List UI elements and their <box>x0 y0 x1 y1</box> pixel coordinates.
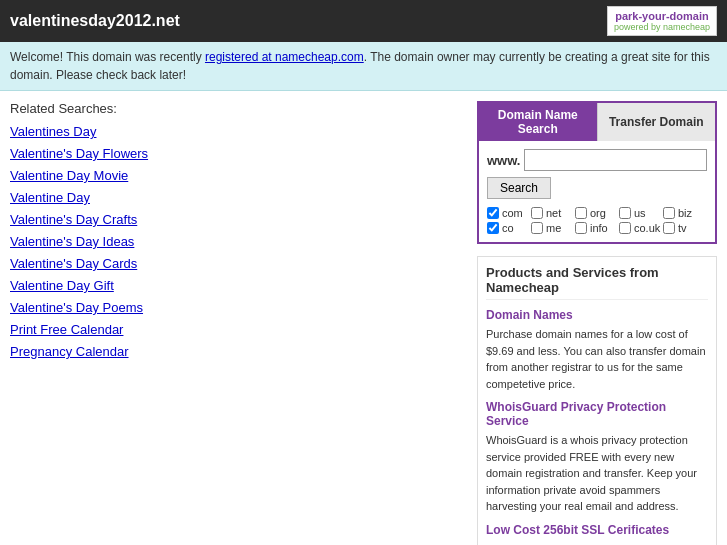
tld-item: com <box>487 207 531 219</box>
products-list: Domain NamesPurchase domain names for a … <box>486 308 708 545</box>
tld-label: com <box>502 207 523 219</box>
product-heading: Domain Names <box>486 308 708 322</box>
www-label: www. <box>487 153 520 168</box>
park-badge-line2: powered by namecheap <box>614 22 710 32</box>
products-section: Products and Services from Namecheap Dom… <box>477 256 717 545</box>
tld-label: biz <box>678 207 692 219</box>
tld-checkbox-me[interactable] <box>531 222 543 234</box>
tld-item: biz <box>663 207 707 219</box>
tld-label: us <box>634 207 646 219</box>
product-desc: WhoisGuard is a whois privacy protection… <box>486 432 708 515</box>
park-badge: park-your-domain powered by namecheap <box>607 6 717 36</box>
tld-checkbox-biz[interactable] <box>663 207 675 219</box>
main-content: Related Searches: Valentines DayValentin… <box>0 91 727 545</box>
tld-checkbox-com[interactable] <box>487 207 499 219</box>
search-link-item[interactable]: Valentine Day Movie <box>10 168 462 183</box>
right-panel: Domain Name Search Transfer Domain www. … <box>477 101 717 545</box>
tab-transfer-domain[interactable]: Transfer Domain <box>597 103 716 141</box>
product-desc: We sell industry standard SSL Certificat… <box>486 541 708 546</box>
search-link-item[interactable]: Valentine's Day Ideas <box>10 234 462 249</box>
tld-checkbox-co[interactable] <box>487 222 499 234</box>
park-badge-line1: park-your-domain <box>614 10 710 22</box>
tld-label: tv <box>678 222 687 234</box>
tld-grid: comnetorgusbizcomeinfoco.uktv <box>487 207 707 234</box>
tld-item: net <box>531 207 575 219</box>
search-link-item[interactable]: Valentine's Day Poems <box>10 300 462 315</box>
search-link-item[interactable]: Valentine's Day Cards <box>10 256 462 271</box>
tld-item: co <box>487 222 531 234</box>
tld-checkbox-org[interactable] <box>575 207 587 219</box>
tld-checkbox-net[interactable] <box>531 207 543 219</box>
left-panel: Related Searches: Valentines DayValentin… <box>10 101 462 545</box>
search-link-item[interactable]: Valentine's Day Crafts <box>10 212 462 227</box>
domain-input[interactable] <box>524 149 707 171</box>
welcome-text-before: Welcome! This domain was recently <box>10 50 205 64</box>
search-links-list: Valentines DayValentine's Day FlowersVal… <box>10 124 462 359</box>
search-link-item[interactable]: Print Free Calendar <box>10 322 462 337</box>
tld-item: org <box>575 207 619 219</box>
product-heading: WhoisGuard Privacy Protection Service <box>486 400 708 428</box>
product-desc: Purchase domain names for a low cost of … <box>486 326 708 392</box>
tld-label: info <box>590 222 608 234</box>
tld-item: tv <box>663 222 707 234</box>
search-link-item[interactable]: Valentine's Day Flowers <box>10 146 462 161</box>
search-form-inner: www. Search comnetorgusbizcomeinfoco.ukt… <box>479 141 715 242</box>
tld-item: co.uk <box>619 222 663 234</box>
search-button[interactable]: Search <box>487 177 551 199</box>
tld-label: co.uk <box>634 222 660 234</box>
domain-search-box: Domain Name Search Transfer Domain www. … <box>477 101 717 244</box>
related-searches-title: Related Searches: <box>10 101 462 116</box>
tld-checkbox-us[interactable] <box>619 207 631 219</box>
tld-checkbox-info[interactable] <box>575 222 587 234</box>
tld-checkbox-tv[interactable] <box>663 222 675 234</box>
tld-label: org <box>590 207 606 219</box>
search-link-item[interactable]: Valentine Day Gift <box>10 278 462 293</box>
product-heading: Low Cost 256bit SSL Cerificates <box>486 523 708 537</box>
www-row: www. <box>487 149 707 171</box>
welcome-bar: Welcome! This domain was recently regist… <box>0 42 727 91</box>
search-link-item[interactable]: Pregnancy Calendar <box>10 344 462 359</box>
tld-item: us <box>619 207 663 219</box>
tld-item: me <box>531 222 575 234</box>
search-link-item[interactable]: Valentines Day <box>10 124 462 139</box>
site-title: valentinesday2012.net <box>10 12 180 30</box>
tld-label: co <box>502 222 514 234</box>
header: valentinesday2012.net park-your-domain p… <box>0 0 727 42</box>
tld-item: info <box>575 222 619 234</box>
products-title: Products and Services from Namecheap <box>486 265 708 300</box>
search-link-item[interactable]: Valentine Day <box>10 190 462 205</box>
namecheap-link[interactable]: registered at namecheap.com <box>205 50 364 64</box>
tld-label: me <box>546 222 561 234</box>
tab-domain-name-search[interactable]: Domain Name Search <box>479 103 597 141</box>
tld-checkbox-co.uk[interactable] <box>619 222 631 234</box>
tld-label: net <box>546 207 561 219</box>
tabs-row: Domain Name Search Transfer Domain <box>479 103 715 141</box>
